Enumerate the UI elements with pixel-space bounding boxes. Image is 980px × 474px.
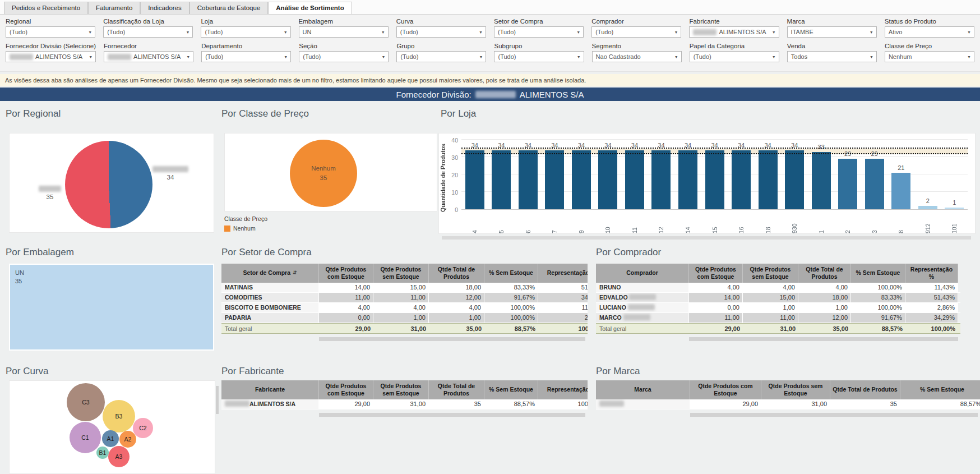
column-header-qtde-produtos-sem-estoque[interactable]: Qtde Produtos sem Estoque bbox=[373, 264, 429, 283]
filter-dropdown-classificacao-da-loja[interactable]: (Tudo)▼ bbox=[103, 26, 193, 38]
bar-loja-18[interactable]: 34 bbox=[755, 140, 782, 209]
sort-icon[interactable]: ⇵ bbox=[293, 270, 297, 276]
filter-dropdown-segmento[interactable]: Nao Cadastrado▼ bbox=[592, 51, 682, 62]
column-header-qtde-total-de-produtos[interactable]: Qtde Total de Produtos bbox=[429, 264, 484, 283]
filter-dropdown-fornecedor[interactable]: ALIMENTOS S/A▼ bbox=[104, 51, 193, 62]
bar-loja-8[interactable]: 21 bbox=[888, 140, 915, 209]
bar-loja-912[interactable]: 2 bbox=[914, 140, 941, 209]
dropdown-caret-icon: ▼ bbox=[479, 55, 483, 59]
horizontal-scrollbar[interactable] bbox=[689, 337, 958, 341]
bubble-c3[interactable]: C3 bbox=[67, 383, 105, 421]
filter-dropdown-classe-de-preco[interactable]: Nenhum▼ bbox=[885, 51, 974, 62]
bar-loja-9[interactable]: 34 bbox=[568, 140, 595, 209]
bubble-a1[interactable]: A1 bbox=[102, 430, 119, 447]
column-header-fabricante[interactable]: Fabricante bbox=[221, 380, 319, 399]
table-row[interactable]: 29,0031,003588,57% bbox=[596, 399, 980, 409]
filter-dropdown-comprador[interactable]: (Tudo)▼ bbox=[591, 26, 681, 38]
filter-dropdown-curva[interactable]: (Tudo)▼ bbox=[396, 26, 486, 38]
table-row[interactable]: ALIMENTOS S/A29,0031,003588,57%100,00% bbox=[221, 399, 588, 409]
horizontal-scrollbar[interactable] bbox=[690, 413, 978, 417]
table-row[interactable]: MARCO 11,0011,0012,0091,67%34,29% bbox=[596, 313, 960, 323]
column-header-marca[interactable]: Marca bbox=[596, 380, 690, 399]
bubble-c1[interactable]: C1 bbox=[70, 422, 101, 453]
bar-loja-15[interactable]: 34 bbox=[701, 140, 728, 209]
filter-dropdown-embalagem[interactable]: UN▼ bbox=[299, 26, 389, 38]
column-header-qtde-total-de-produtos[interactable]: Qtde Total de Produtos bbox=[798, 264, 851, 283]
bar-loja-7[interactable]: 34 bbox=[542, 140, 568, 209]
curva-vertical-scrollbar[interactable] bbox=[216, 386, 219, 414]
filter-dropdown-subgrupo[interactable]: (Tudo)▼ bbox=[494, 51, 584, 62]
tab-analise-de-sortimento[interactable]: Análise de Sortimento bbox=[268, 2, 352, 14]
bar-loja-6[interactable]: 34 bbox=[515, 140, 542, 209]
table-row[interactable]: EDVALDO 14,0015,0018,0083,33%51,43% bbox=[596, 293, 960, 303]
filter-dropdown-regional[interactable]: (Tudo)▼ bbox=[6, 26, 95, 38]
column-header-representacao[interactable]: Representação % bbox=[538, 264, 588, 283]
column-header-sem-estoque[interactable]: % Sem Estoque bbox=[484, 264, 538, 283]
filter-dropdown-fabricante[interactable]: ALIMENTOS S/A▼ bbox=[689, 26, 779, 38]
column-header-qtde-total-de-produtos[interactable]: Qtde Total de Produtos bbox=[429, 380, 484, 399]
classe-preco-pie-chart[interactable]: Nenhum 35 bbox=[290, 140, 357, 207]
table-row[interactable]: Total geral29,0031,0035,0088,57%100,00% bbox=[221, 323, 588, 334]
bar-loja-930[interactable]: 34 bbox=[781, 140, 808, 209]
bar-loja-14[interactable]: 34 bbox=[674, 140, 701, 209]
bar-loja-3[interactable]: 29 bbox=[861, 140, 888, 209]
table-row[interactable]: Total geral29,0031,0035,0088,57%100,00% bbox=[596, 323, 960, 334]
bar-loja-12[interactable]: 34 bbox=[648, 140, 675, 209]
filter-dropdown-loja[interactable]: (Tudo)▼ bbox=[201, 26, 290, 38]
bar-loja-1[interactable]: 33 bbox=[808, 140, 835, 209]
tab-cobertura-de-estoque[interactable]: Cobertura de Estoque bbox=[189, 2, 269, 14]
tab-indicadores[interactable]: Indicadores bbox=[140, 2, 189, 14]
column-header-representacao[interactable]: Representação % bbox=[905, 264, 958, 283]
bar-loja-5[interactable]: 34 bbox=[488, 140, 515, 209]
filter-dropdown-fornecedor-divisao-selecione[interactable]: ALIMENTOS S/A▼ bbox=[6, 51, 96, 62]
filter-dropdown-secao[interactable]: (Tudo)▼ bbox=[299, 51, 389, 62]
column-header-sem-estoque[interactable]: % Sem Estoque bbox=[484, 380, 538, 399]
filter-dropdown-papel-da-categoria[interactable]: (Tudo)▼ bbox=[690, 51, 779, 62]
column-header-representacao[interactable]: Representação % bbox=[538, 380, 588, 399]
bar-loja-11[interactable]: 34 bbox=[621, 140, 648, 209]
bar-loja-10[interactable]: 34 bbox=[595, 140, 622, 209]
column-header-sem-estoque[interactable]: % Sem Estoque bbox=[851, 264, 905, 283]
bubble-b3[interactable]: B3 bbox=[103, 400, 135, 432]
column-header-qtde-produtos-com-estoque[interactable]: Qtde Produtos com Estoque bbox=[690, 380, 761, 399]
loja-horizontal-scrollbar[interactable] bbox=[442, 236, 971, 240]
bubble-a2[interactable]: A2 bbox=[119, 431, 136, 448]
bubble-a3[interactable]: A3 bbox=[108, 446, 130, 467]
table-row[interactable]: BRUNO4,004,004,00100,00%11,43% bbox=[596, 283, 960, 293]
legend-item-label[interactable]: Nenhum bbox=[233, 225, 256, 232]
table-row[interactable]: BISCOITO E BOMBONIERE4,004,004,00100,00%… bbox=[221, 303, 588, 313]
column-header-comprador[interactable]: Comprador bbox=[596, 264, 689, 283]
filter-dropdown-marca[interactable]: ITAMBE▼ bbox=[787, 26, 877, 38]
column-header-qtde-produtos-com-estoque[interactable]: Qtde Produtos com Estoque bbox=[319, 264, 373, 283]
column-header-sem-estoque[interactable]: % Sem Estoque bbox=[900, 380, 980, 399]
tab-faturamento[interactable]: Faturamento bbox=[88, 2, 140, 14]
column-header-setor-de-compra[interactable]: Setor de Compra⇵ bbox=[221, 264, 319, 283]
cell-value: 31,00 bbox=[373, 399, 429, 409]
bar-loja-2[interactable]: 29 bbox=[834, 140, 861, 209]
column-header-qtde-produtos-sem-estoque[interactable]: Qtde Produtos sem Estoque bbox=[761, 380, 830, 399]
filter-dropdown-venda[interactable]: Todos▼ bbox=[787, 51, 877, 62]
column-header-qtde-produtos-com-estoque[interactable]: Qtde Produtos com Estoque bbox=[689, 264, 743, 283]
bar-loja-101[interactable]: 1 bbox=[941, 140, 968, 209]
table-row[interactable]: COMODITIES11,0011,0012,0091,67%34,29% bbox=[221, 293, 588, 303]
table-row[interactable]: PADARIA0,001,001,00100,00%2,86% bbox=[221, 313, 588, 323]
embalagem-treemap-cell[interactable]: UN 35 bbox=[9, 264, 214, 351]
filter-dropdown-setor-de-compra[interactable]: (Tudo)▼ bbox=[494, 26, 584, 38]
filter-dropdown-grupo[interactable]: (Tudo)▼ bbox=[396, 51, 486, 62]
bubble-c2[interactable]: C2 bbox=[133, 418, 153, 438]
horizontal-scrollbar[interactable] bbox=[319, 337, 585, 341]
column-header-qtde-produtos-sem-estoque[interactable]: Qtde Produtos sem Estoque bbox=[373, 380, 429, 399]
filter-dropdown-departamento[interactable]: (Tudo)▼ bbox=[201, 51, 291, 62]
tab-pedidos-e-recebimento[interactable]: Pedidos e Recebimento bbox=[4, 2, 88, 14]
column-header-qtde-total-de-produtos[interactable]: Qtde Total de Produtos bbox=[830, 380, 900, 399]
bubble-b1[interactable]: B1 bbox=[96, 447, 109, 459]
regional-pie-chart[interactable] bbox=[65, 141, 152, 228]
filter-dropdown-status-do-produto[interactable]: Ativo▼ bbox=[885, 26, 974, 38]
bar-loja-16[interactable]: 34 bbox=[728, 140, 755, 209]
bar-loja-4[interactable]: 34 bbox=[461, 140, 488, 209]
table-row[interactable]: MATINAIS14,0015,0018,0083,33%51,43% bbox=[221, 283, 588, 293]
column-header-qtde-produtos-sem-estoque[interactable]: Qtde Produtos sem Estoque bbox=[743, 264, 798, 283]
table-row[interactable]: LUCIANO 0,001,001,00100,00%2,86% bbox=[596, 303, 960, 313]
column-header-qtde-produtos-com-estoque[interactable]: Qtde Produtos com Estoque bbox=[319, 380, 373, 399]
horizontal-scrollbar[interactable] bbox=[319, 413, 585, 417]
